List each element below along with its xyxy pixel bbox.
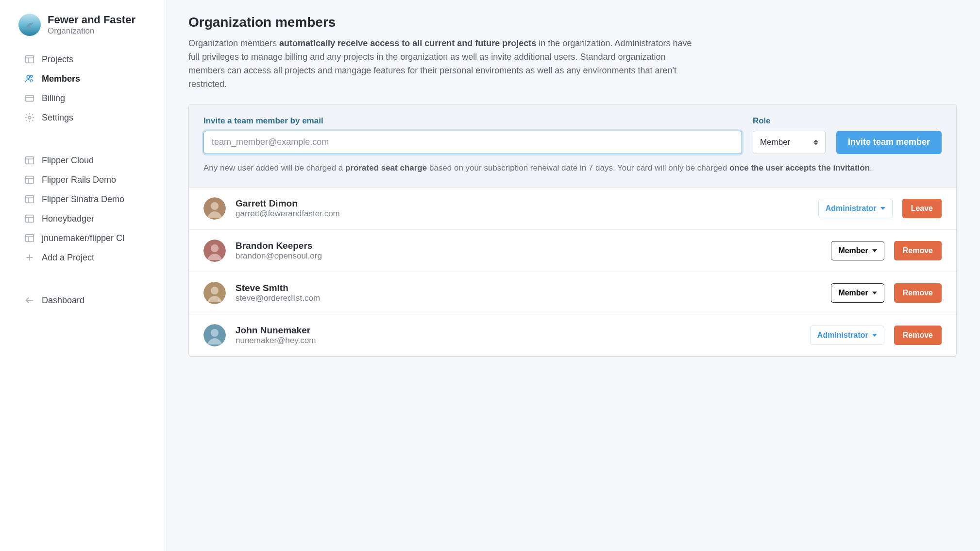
svg-point-16	[211, 287, 219, 294]
nav-item-label: Billing	[42, 93, 65, 103]
member-email: garrett@fewerandfaster.com	[236, 209, 809, 219]
member-name: Brandon Keepers	[236, 241, 821, 251]
nav-item-add-a-project[interactable]: Add a Project	[0, 248, 165, 267]
invite-role-select[interactable]: Member	[753, 131, 826, 154]
member-row: Steve Smith steve@orderedlist.com Member…	[189, 272, 956, 314]
member-email: brandon@opensoul.org	[236, 251, 821, 261]
nav-item-flipper-rails-demo[interactable]: Flipper Rails Demo	[0, 170, 165, 189]
invite-role-label: Role	[753, 116, 826, 126]
card-icon	[24, 93, 35, 103]
member-remove-button[interactable]: Remove	[894, 241, 942, 260]
invite-role-value: Member	[760, 138, 790, 147]
member-role-label: Member	[838, 289, 868, 297]
panel-icon	[24, 213, 35, 224]
panel-icon	[24, 54, 35, 65]
users-icon	[24, 73, 35, 84]
panel-icon	[24, 194, 35, 205]
avatar	[203, 240, 226, 262]
members-card: Invite a team member by email Role Membe…	[188, 104, 957, 357]
member-name: Garrett Dimon	[236, 198, 809, 209]
arrow-left-icon	[24, 295, 35, 306]
invite-email-label: Invite a team member by email	[203, 116, 742, 126]
nav-item-label: Members	[42, 74, 80, 84]
nav-item-label: Projects	[42, 54, 73, 65]
org-subtitle: Organization	[48, 26, 135, 36]
members-list: Garrett Dimon garrett@fewerandfaster.com…	[189, 188, 956, 356]
member-remove-button[interactable]: Remove	[894, 326, 942, 345]
nav-item-label: Settings	[42, 113, 73, 123]
member-email: nunemaker@hey.com	[236, 336, 800, 345]
member-name: John Nunemaker	[236, 325, 800, 336]
svg-point-14	[211, 244, 219, 252]
nav-primary: Projects Members Billing Settings	[0, 45, 165, 132]
panel-icon	[24, 233, 35, 243]
nav-item-label: Honeybadger	[42, 214, 94, 224]
sidebar: Fewer and Faster Organization Projects M…	[0, 0, 165, 551]
member-row: John Nunemaker nunemaker@hey.com Adminis…	[189, 314, 956, 356]
nav-item-flipper-cloud[interactable]: Flipper Cloud	[0, 151, 165, 170]
member-row: Brandon Keepers brandon@opensoul.org Mem…	[189, 229, 956, 272]
nav-item-settings[interactable]: Settings	[0, 108, 165, 127]
nav-item-label: Flipper Rails Demo	[42, 175, 116, 185]
page-title: Organization members	[188, 15, 957, 30]
nav-footer: Dashboard	[0, 286, 165, 315]
nav-item-label: jnunemaker/flipper CI	[42, 233, 125, 243]
panel-icon	[24, 155, 35, 166]
nav-projects: Flipper Cloud Flipper Rails Demo Flipper…	[0, 146, 165, 272]
avatar	[203, 282, 226, 304]
member-role-label: Administrator	[817, 331, 868, 340]
invite-email-input[interactable]	[203, 131, 742, 154]
member-row: Garrett Dimon garrett@fewerandfaster.com…	[189, 188, 956, 229]
plus-icon	[24, 252, 35, 263]
avatar	[203, 324, 226, 346]
avatar	[203, 197, 226, 220]
nav-item-label: Flipper Cloud	[42, 155, 94, 166]
panel-icon	[24, 174, 35, 185]
member-email: steve@orderedlist.com	[236, 293, 821, 303]
member-role-label: Member	[838, 246, 868, 255]
invite-button[interactable]: Invite team member	[836, 131, 942, 154]
nav-item-dashboard[interactable]: Dashboard	[0, 291, 165, 310]
org-name: Fewer and Faster	[48, 14, 135, 26]
nav-item-label: Flipper Sinatra Demo	[42, 194, 124, 205]
select-caret-icon	[813, 139, 819, 145]
caret-down-icon	[872, 249, 877, 252]
nav-item-flipper-sinatra-demo[interactable]: Flipper Sinatra Demo	[0, 189, 165, 209]
caret-down-icon	[880, 207, 885, 210]
member-role-label: Administrator	[826, 204, 877, 213]
caret-down-icon	[872, 292, 877, 294]
member-remove-button[interactable]: Remove	[894, 283, 942, 303]
main-content: Organization members Organization member…	[165, 0, 980, 551]
nav-item-jnunemaker-flipper-ci[interactable]: jnunemaker/flipper CI	[0, 228, 165, 248]
svg-point-12	[211, 202, 219, 210]
org-header: Fewer and Faster Organization	[0, 14, 165, 45]
member-role-select[interactable]: Member	[831, 241, 884, 260]
nav-item-label: Dashboard	[42, 295, 84, 306]
member-role-select[interactable]: Administrator	[810, 326, 884, 345]
nav-item-label: Add a Project	[42, 253, 94, 263]
member-name: Steve Smith	[236, 283, 821, 293]
invite-panel: Invite a team member by email Role Membe…	[189, 104, 956, 188]
org-logo-icon	[18, 14, 41, 36]
nav-item-projects[interactable]: Projects	[0, 50, 165, 69]
member-role-select[interactable]: Member	[831, 283, 884, 303]
nav-item-billing[interactable]: Billing	[0, 88, 165, 108]
member-role-select[interactable]: Administrator	[818, 199, 893, 218]
invite-note: Any new user added will be charged a pro…	[203, 162, 942, 174]
svg-point-18	[211, 329, 219, 337]
nav-item-honeybadger[interactable]: Honeybadger	[0, 209, 165, 228]
gear-icon	[24, 112, 35, 123]
nav-item-members[interactable]: Members	[0, 69, 165, 88]
caret-down-icon	[872, 334, 877, 337]
member-leave-button[interactable]: Leave	[902, 199, 942, 218]
page-description: Organization members automatically recei…	[188, 37, 693, 91]
